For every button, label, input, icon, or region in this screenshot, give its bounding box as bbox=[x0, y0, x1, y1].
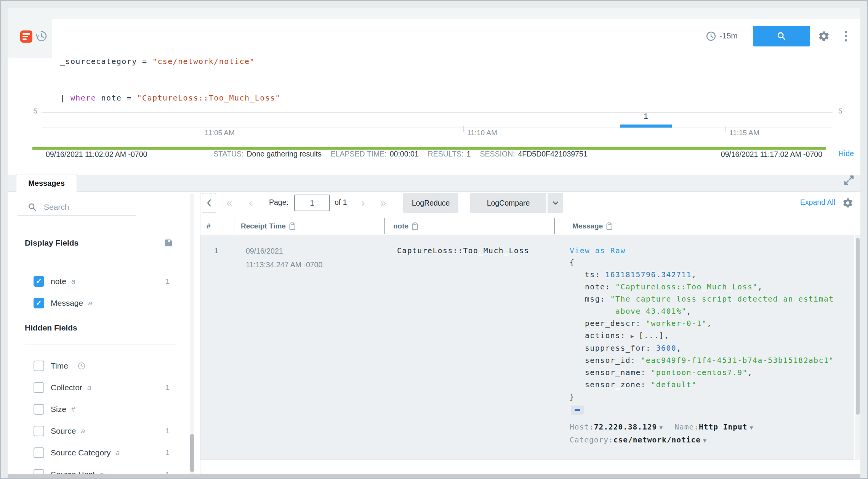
last-page-icon[interactable]: » bbox=[380, 196, 386, 209]
column-header-receipt-time[interactable]: Receipt Time bbox=[241, 222, 295, 230]
column-header-note[interactable]: note bbox=[393, 222, 418, 230]
tab-messages[interactable]: Messages bbox=[16, 174, 77, 192]
status-segment-value: 4FD5D0F421039751 bbox=[518, 150, 588, 158]
divider bbox=[25, 345, 177, 345]
expand-panel-icon[interactable] bbox=[843, 174, 855, 186]
sidebar-scrollbar-thumb[interactable] bbox=[190, 434, 194, 472]
status-segment-label: RESULTS: bbox=[428, 150, 464, 158]
logcompare-button[interactable]: LogCompare bbox=[470, 193, 546, 213]
field-label: note bbox=[51, 277, 66, 286]
field-checkbox[interactable] bbox=[34, 361, 44, 371]
app-window: _sourcecategory = "cse/network/notice" |… bbox=[8, 8, 860, 474]
expand-array-icon[interactable]: ▶ bbox=[631, 333, 639, 340]
receipt-date-cell: 09/16/2021 bbox=[246, 247, 283, 255]
table-scrollbar-thumb[interactable] bbox=[856, 238, 860, 415]
field-checkbox[interactable]: ✓ bbox=[34, 298, 44, 308]
column-header-index[interactable]: # bbox=[207, 222, 211, 230]
name-label: Name: bbox=[674, 423, 699, 431]
host-dropdown-icon[interactable]: ▼ bbox=[659, 424, 663, 431]
field-checkbox[interactable] bbox=[34, 469, 44, 474]
x-tick-mark bbox=[725, 126, 726, 132]
token-plain: sensor_id: bbox=[570, 356, 641, 365]
search-settings-gear-icon[interactable] bbox=[818, 30, 830, 42]
string-type-icon: a bbox=[81, 427, 85, 435]
start-search-button[interactable] bbox=[753, 26, 810, 46]
search-progress-bar bbox=[32, 147, 826, 150]
hide-histogram-link[interactable]: Hide bbox=[838, 149, 854, 158]
name-dropdown-icon[interactable]: ▼ bbox=[749, 424, 753, 431]
status-segment-label: STATUS: bbox=[213, 150, 243, 158]
numeric-type-icon: # bbox=[71, 405, 75, 414]
field-search-input[interactable]: Search bbox=[44, 203, 69, 212]
table-settings-gear-icon[interactable] bbox=[842, 197, 854, 209]
sidebar-scrollbar-track[interactable] bbox=[190, 194, 194, 474]
copy-column-icon[interactable] bbox=[289, 222, 295, 230]
category-label: Category: bbox=[570, 436, 613, 444]
category-dropdown-icon[interactable]: ▼ bbox=[703, 437, 707, 444]
collapse-sidebar-button[interactable] bbox=[202, 193, 216, 213]
field-row-message[interactable]: ✓Messagea bbox=[8, 292, 177, 314]
logreduce-button[interactable]: LogReduce bbox=[403, 193, 458, 213]
token-plain: [...], bbox=[639, 331, 669, 340]
field-row-source-host[interactable]: Source Hosta1 bbox=[8, 463, 177, 474]
token-plain: actions: bbox=[570, 331, 631, 340]
token-str: "worker-0-1" bbox=[646, 319, 707, 328]
display-fields-list: ✓notea1✓Messagea bbox=[8, 270, 177, 314]
field-checkbox[interactable] bbox=[34, 404, 44, 415]
time-range-value[interactable]: -15m bbox=[719, 31, 738, 40]
field-label: Size bbox=[51, 405, 66, 414]
token-str: "pontoon-centos7.9" bbox=[651, 368, 747, 377]
save-fields-icon[interactable] bbox=[164, 238, 173, 247]
column-header-label: # bbox=[207, 222, 211, 230]
field-row-source[interactable]: Sourcea1 bbox=[8, 420, 177, 442]
column-header-message[interactable]: Message bbox=[572, 222, 612, 230]
field-checkbox[interactable] bbox=[34, 447, 44, 458]
string-type-icon: a bbox=[88, 299, 92, 307]
token-plain: sensor_zone: bbox=[570, 380, 651, 389]
field-row-time[interactable]: Time bbox=[8, 355, 177, 377]
search-history-icon[interactable] bbox=[35, 30, 48, 43]
field-row-note[interactable]: ✓notea1 bbox=[8, 270, 177, 292]
histogram-bar[interactable] bbox=[620, 125, 672, 128]
more-options-kebab-icon[interactable] bbox=[843, 30, 849, 42]
string-type-icon: a bbox=[100, 470, 104, 474]
x-axis-line bbox=[42, 128, 833, 128]
expand-all-link[interactable]: Expand All bbox=[790, 198, 835, 207]
message-json-line: } bbox=[570, 391, 852, 403]
previous-page-icon[interactable]: ‹ bbox=[249, 196, 252, 209]
collapse-message-button[interactable] bbox=[571, 406, 584, 415]
token-plain: sensor_name: bbox=[570, 368, 651, 377]
field-checkbox[interactable] bbox=[34, 426, 44, 436]
field-row-source-category[interactable]: Source Categorya1 bbox=[8, 442, 177, 463]
token-plain: ts: bbox=[570, 270, 605, 279]
message-json-line: note: "CaptureLoss::Too_Much_Loss", bbox=[570, 281, 852, 293]
first-page-icon[interactable]: « bbox=[226, 196, 232, 209]
field-checkbox[interactable] bbox=[34, 382, 44, 393]
row-index-cell: 1 bbox=[214, 247, 218, 255]
y-axis-max-left: 5 bbox=[26, 107, 37, 115]
copy-column-icon[interactable] bbox=[606, 222, 612, 230]
range-end-timestamp: 09/16/2021 11:17:02 AM -0700 bbox=[716, 150, 822, 159]
time-range-clock-icon[interactable] bbox=[706, 31, 716, 42]
field-row-collector[interactable]: Collectora1 bbox=[8, 377, 177, 398]
token-plain: , bbox=[758, 283, 763, 291]
column-separator[interactable] bbox=[234, 218, 234, 234]
field-row-size[interactable]: Size# bbox=[8, 398, 177, 420]
copy-column-icon[interactable] bbox=[412, 222, 418, 230]
search-query-input[interactable]: _sourcecategory = "cse/network/notice" |… bbox=[60, 31, 689, 128]
message-json-line: msg: "The capture loss script detected a… bbox=[570, 293, 852, 305]
range-start-timestamp: 09/16/2021 11:02:02 AM -0700 bbox=[46, 150, 147, 159]
logcompare-dropdown-button[interactable] bbox=[548, 193, 563, 213]
x-tick-label: 11:10 AM bbox=[467, 129, 497, 137]
field-value-count: 1 bbox=[165, 277, 170, 286]
token-str: "CaptureLoss::Too_Much_Loss" bbox=[615, 283, 758, 291]
column-separator[interactable] bbox=[554, 218, 555, 234]
horizontal-scrollbar[interactable] bbox=[8, 474, 860, 479]
status-segment-label: SESSION: bbox=[480, 150, 515, 158]
page-number-input[interactable] bbox=[294, 195, 330, 211]
message-meta-row-1: Host:72.220.38.129▼ Name:Http Input▼ bbox=[570, 423, 754, 431]
column-separator[interactable] bbox=[384, 218, 385, 234]
field-checkbox[interactable]: ✓ bbox=[34, 276, 44, 287]
view-as-raw-link[interactable]: View as Raw bbox=[570, 246, 626, 255]
next-page-icon[interactable]: › bbox=[361, 196, 365, 209]
